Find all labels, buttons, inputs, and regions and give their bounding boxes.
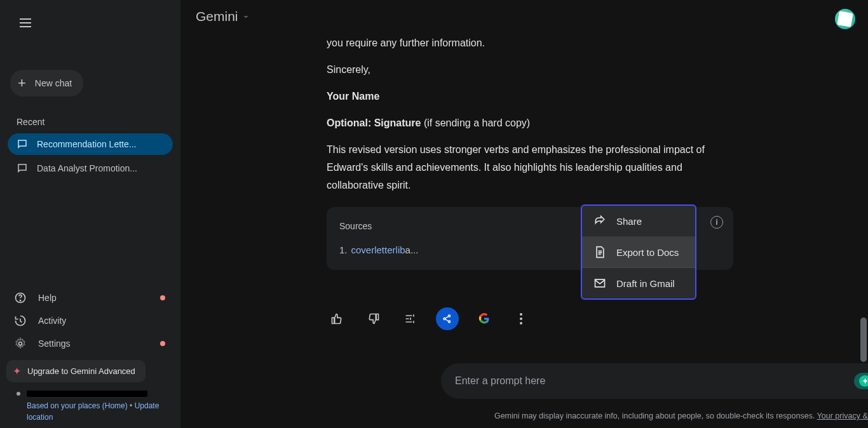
- gmail-icon: [593, 277, 606, 290]
- location-redacted: [27, 391, 147, 397]
- disclaimer-text: Gemini may display inaccurate info, incl…: [494, 411, 817, 420]
- google-icon: [478, 313, 490, 324]
- app-title: Gemini: [196, 9, 238, 24]
- app-title-dropdown[interactable]: Gemini: [196, 9, 250, 24]
- google-search-button[interactable]: [473, 307, 496, 330]
- location-info: Based on your places (Home) • Update loc…: [0, 387, 180, 423]
- prompt-input[interactable]: [455, 375, 854, 387]
- settings-label: Settings: [38, 338, 71, 349]
- upgrade-button[interactable]: ✦ Upgrade to Gemini Advanced: [6, 360, 146, 382]
- thumbs-down-button[interactable]: [362, 307, 385, 330]
- svg-point-5: [449, 321, 451, 323]
- chat-icon: [17, 163, 28, 174]
- prompt-bar: ✦ G: [441, 363, 868, 399]
- sidebar-item-label: Data Analyst Promotion...: [37, 163, 137, 173]
- sidebar-item-recommendation[interactable]: Recommendation Lette...: [8, 133, 173, 155]
- thumbs-up-icon: [330, 312, 343, 325]
- share-button[interactable]: [436, 307, 459, 330]
- source-link[interactable]: coverletterlib: [351, 244, 405, 255]
- docs-icon: [593, 246, 606, 258]
- more-button[interactable]: [510, 307, 532, 330]
- chip-icon: ✦: [859, 375, 868, 387]
- location-based-link[interactable]: Based on your places (Home): [27, 401, 128, 410]
- menu-button[interactable]: [10, 8, 41, 38]
- response-summary: This revised version uses stronger verbs…: [327, 141, 733, 194]
- disclaimer: Gemini may display inaccurate info, incl…: [441, 411, 868, 420]
- source-number: 1.: [339, 244, 348, 255]
- location-dot-icon: [17, 392, 20, 396]
- thumbs-down-icon: [367, 312, 380, 325]
- popup-export-label: Export to Docs: [616, 247, 679, 258]
- popup-gmail-label: Draft in Gmail: [616, 278, 675, 289]
- response-your-name: Your Name: [327, 91, 379, 102]
- response-actions: [325, 307, 532, 330]
- notification-dot: [160, 341, 165, 346]
- help-link[interactable]: Help: [0, 286, 180, 309]
- activity-label: Activity: [38, 316, 66, 326]
- popup-share[interactable]: Share: [582, 206, 695, 237]
- share-popup: Share Export to Docs Draft in Gmail: [581, 204, 696, 300]
- activity-link[interactable]: Activity: [0, 309, 180, 332]
- svg-point-3: [444, 318, 445, 320]
- plus-icon: +: [18, 76, 26, 90]
- gear-icon: [14, 337, 27, 350]
- new-chat-label: New chat: [35, 78, 72, 88]
- optional-label: Optional: Signature: [327, 117, 421, 128]
- optional-rest: (if sending a hard copy): [421, 117, 530, 128]
- share-arrow-icon: [593, 215, 606, 227]
- recent-heading: Recent: [17, 117, 180, 127]
- response-sincerely: Sincerely,: [327, 61, 733, 79]
- sparkle-icon: ✦: [13, 365, 21, 377]
- help-icon: [14, 291, 27, 304]
- chat-icon: [17, 138, 28, 150]
- response-line: you require any further information.: [327, 34, 733, 52]
- popup-share-label: Share: [616, 216, 642, 227]
- svg-point-4: [449, 315, 451, 317]
- thumbs-up-button[interactable]: [325, 307, 348, 330]
- upgrade-label: Upgrade to Gemini Advanced: [27, 366, 135, 376]
- privacy-link[interactable]: Your privacy & Gemini Apps: [817, 411, 868, 420]
- help-label: Help: [38, 293, 57, 303]
- tune-icon: [404, 312, 417, 325]
- svg-point-1: [20, 300, 20, 301]
- popup-draft-gmail[interactable]: Draft in Gmail: [582, 268, 695, 298]
- extension-chip[interactable]: ✦ G: [854, 373, 868, 389]
- source-rest: a...: [405, 244, 419, 255]
- sidebar-item-data-analyst[interactable]: Data Analyst Promotion...: [8, 157, 173, 179]
- scrollbar[interactable]: [860, 318, 867, 362]
- settings-link[interactable]: Settings: [0, 332, 180, 355]
- share-icon: [442, 313, 453, 324]
- chevron-down-icon: [242, 13, 250, 20]
- avatar-image: [837, 11, 853, 27]
- new-chat-button[interactable]: + New chat: [10, 70, 83, 97]
- svg-point-2: [19, 342, 22, 345]
- separator: •: [128, 401, 135, 410]
- avatar[interactable]: [835, 9, 855, 29]
- sidebar-item-label: Recommendation Lette...: [37, 139, 136, 149]
- popup-export-docs[interactable]: Export to Docs: [582, 237, 695, 268]
- notification-dot: [160, 295, 165, 300]
- info-icon[interactable]: i: [710, 216, 723, 229]
- activity-icon: [14, 314, 27, 327]
- hamburger-icon: [20, 22, 31, 23]
- tune-button[interactable]: [399, 307, 422, 330]
- more-icon: [520, 313, 522, 324]
